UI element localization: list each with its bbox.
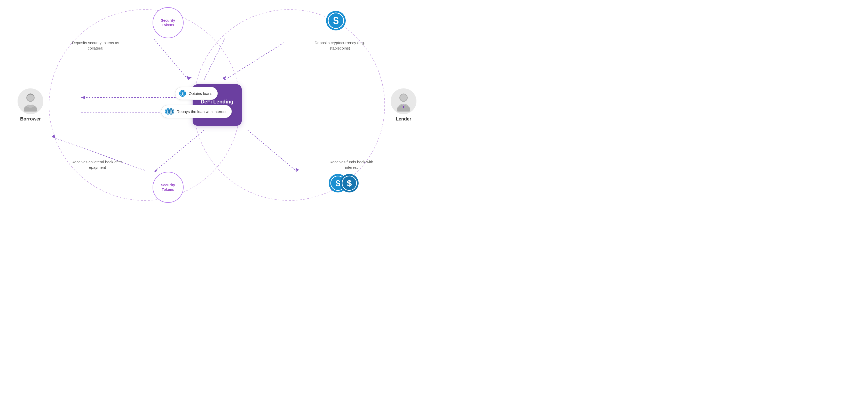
svg-point-20 <box>27 94 34 101</box>
security-token-bottom-label: SecurityTokens <box>161 183 175 192</box>
security-token-top-label: SecurityTokens <box>161 18 175 27</box>
svg-line-4 <box>204 39 225 80</box>
borrower-label: Borrower <box>20 116 41 122</box>
lender-label: Lender <box>396 116 411 122</box>
label-deposits-crypto: Deposits cryptocurrency (e.g. stablecoin… <box>310 40 369 51</box>
label-receives-funds: Receives funds back with interest <box>326 159 377 170</box>
svg-line-12 <box>248 130 297 171</box>
svg-line-8 <box>154 130 204 171</box>
label-deposits-security: Deposits security tokens as collateral <box>70 40 121 51</box>
diagram-container: DeFi Lending Platform SecurityTokens Sec… <box>0 0 434 210</box>
lender-avatar <box>391 89 416 114</box>
obtains-icon: $ <box>179 90 186 97</box>
lender-figure: Lender <box>391 89 416 122</box>
security-token-top: SecurityTokens <box>153 7 184 38</box>
svg-text:$: $ <box>333 15 339 26</box>
svg-point-22 <box>400 94 407 101</box>
svg-marker-15 <box>81 96 85 99</box>
label-receives-collateral: Receives collateral back after repayment <box>67 159 126 170</box>
pill-repays-label: Repays the loan with interest <box>177 109 226 114</box>
security-token-bottom: SecurityTokens <box>153 172 184 203</box>
svg-line-6 <box>225 42 284 80</box>
crypto-icon-bottom: $ $ <box>328 173 359 195</box>
pill-obtains-loans: $ Obtains loans <box>175 87 218 100</box>
svg-marker-5 <box>222 39 227 42</box>
svg-text:$: $ <box>182 91 184 95</box>
pill-obtains-label: Obtains loans <box>189 91 213 96</box>
svg-line-2 <box>154 39 188 80</box>
svg-text:$: $ <box>347 178 352 188</box>
borrower-avatar <box>18 89 43 114</box>
repays-icon: $ $ <box>165 108 174 115</box>
crypto-icon-top: $ <box>326 10 346 32</box>
borrower-figure: Borrower <box>18 89 43 122</box>
svg-marker-9 <box>154 168 157 172</box>
svg-text:$: $ <box>170 110 172 114</box>
svg-text:$: $ <box>336 178 341 188</box>
svg-marker-3 <box>186 76 192 80</box>
svg-marker-7 <box>222 76 226 80</box>
svg-marker-11 <box>52 134 56 138</box>
svg-marker-13 <box>296 168 299 171</box>
pill-repays-loan: $ $ Repays the loan with interest <box>161 105 232 118</box>
